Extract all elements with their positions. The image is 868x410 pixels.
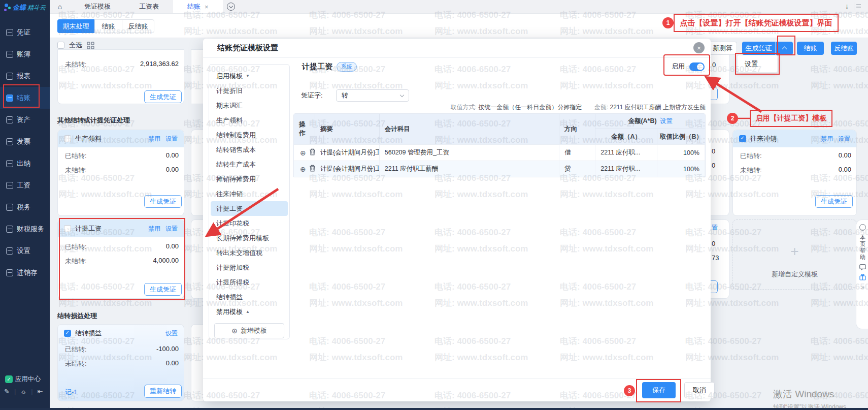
modal-header: 结账凭证模板设置 × bbox=[203, 39, 711, 58]
watermark-tile: 电话: 4006-6500-27网址: www.tdxsoft.com bbox=[811, 61, 868, 94]
generate-voucher-main-button[interactable]: 生成凭证 bbox=[742, 42, 776, 55]
modal-close-icon[interactable]: × bbox=[693, 42, 705, 53]
template-item[interactable]: 计提工资 bbox=[211, 201, 288, 216]
unsettled-value: 0.00 bbox=[166, 166, 179, 175]
sidebar-item-凭证[interactable]: 凭证 bbox=[0, 21, 50, 43]
enable-toggle[interactable] bbox=[689, 62, 705, 71]
disable-link[interactable]: 禁用 bbox=[148, 135, 160, 143]
col-op: 操作 bbox=[294, 114, 315, 144]
subtab-closing[interactable]: 结账 bbox=[94, 19, 122, 33]
subtab-period-end[interactable]: 期末处理 bbox=[57, 19, 94, 33]
gift-icon[interactable] bbox=[859, 274, 866, 280]
trash-icon[interactable] bbox=[309, 148, 315, 155]
settings-link[interactable]: 设置 bbox=[165, 135, 178, 143]
unsettled-label: 未结转: bbox=[740, 166, 762, 175]
brightness-icon[interactable]: ☼ bbox=[20, 388, 26, 395]
template-item[interactable]: 结转损益 bbox=[209, 290, 289, 304]
sidebar-item-进销存[interactable]: 进销存 bbox=[0, 262, 50, 283]
help-headset-icon[interactable] bbox=[859, 224, 866, 231]
template-item[interactable]: 长期待摊费用模板 bbox=[209, 231, 289, 245]
grid-view-icon[interactable] bbox=[87, 42, 94, 49]
help-rail: 本页帮助 » bbox=[856, 219, 868, 329]
sidebar-item-出纳[interactable]: 出纳 bbox=[0, 152, 50, 174]
reverse-close-button[interactable]: 反结账 bbox=[831, 42, 857, 55]
tab-voucher-template[interactable]: 凭证模板 bbox=[70, 0, 125, 13]
card-checkbox[interactable] bbox=[739, 135, 746, 142]
closing-template-settings-modal: 结账凭证模板设置 × 启用 启用模板▼计提折旧期末调汇生产领料结转制造费用结转销… bbox=[203, 39, 711, 401]
add-row-icon[interactable]: ⊕ bbox=[299, 165, 306, 173]
template-item[interactable]: 计提所得税 bbox=[209, 275, 289, 290]
disable-link[interactable]: 禁用 bbox=[821, 135, 833, 143]
settings-menu-item[interactable]: 设置 bbox=[737, 55, 778, 73]
group-enabled-templates[interactable]: 启用模板▼ bbox=[209, 69, 289, 83]
recalculate-button[interactable]: 新测算 bbox=[707, 42, 737, 55]
settings-link[interactable]: 设置 bbox=[165, 329, 178, 338]
amount-settings-link[interactable]: 设置 bbox=[660, 117, 673, 125]
template-item[interactable]: 往来冲销 bbox=[209, 186, 289, 201]
unsettled-label: 未结转: bbox=[65, 359, 87, 368]
sidebar-item-资产[interactable]: 资产 bbox=[0, 109, 50, 131]
select-all-checkbox[interactable] bbox=[57, 42, 64, 49]
add-template-button[interactable]: ⊕新增模板 bbox=[214, 323, 284, 338]
save-button[interactable]: 保存 bbox=[642, 382, 676, 398]
card-checkbox[interactable] bbox=[64, 225, 71, 232]
card-checkbox[interactable] bbox=[64, 330, 71, 337]
template-item[interactable]: 计提附加税 bbox=[209, 260, 289, 275]
generate-voucher-button[interactable]: 生成凭证 bbox=[144, 195, 182, 208]
voucher-number-link[interactable]: 记-1 bbox=[65, 388, 78, 397]
subtab-unclosing[interactable]: 反结账 bbox=[122, 19, 154, 33]
voucher-word-select[interactable]: 转 bbox=[336, 89, 409, 102]
card-checkbox[interactable] bbox=[64, 135, 71, 142]
recarry-button[interactable]: 重新结转 bbox=[144, 385, 182, 398]
annotation-step2-number: 2 bbox=[727, 113, 738, 124]
tab-salary-sheet[interactable]: 工资表 bbox=[125, 0, 173, 13]
sidebar-footer: ✎| ☼| ⇤ bbox=[4, 388, 43, 395]
collapse-sidebar-icon[interactable]: ⇤ bbox=[38, 388, 43, 395]
cell-ratio: 100% bbox=[657, 145, 705, 161]
add-custom-template-card[interactable]: + 新增自定义模板 bbox=[732, 219, 857, 290]
app-center-button[interactable]: ✓ 应用中心 bbox=[5, 375, 41, 384]
template-item[interactable]: 生产领料 bbox=[209, 113, 289, 128]
group-disabled-templates[interactable]: 禁用模板▲ bbox=[209, 304, 289, 319]
settings-link[interactable]: 设置 bbox=[838, 135, 850, 143]
template-detail-title: 计提工资 系统 bbox=[302, 62, 357, 72]
collapse-rail-icon[interactable]: » bbox=[861, 284, 864, 290]
template-item[interactable]: 计提印花税 bbox=[209, 216, 289, 231]
sidebar-item-结账[interactable]: 结账 bbox=[0, 87, 50, 109]
trash-icon[interactable] bbox=[309, 165, 315, 172]
generate-voucher-button[interactable]: 生成凭证 bbox=[815, 195, 853, 208]
template-item[interactable]: 计提折旧 bbox=[209, 83, 289, 98]
close-books-button[interactable]: 结账 bbox=[797, 42, 824, 55]
generate-voucher-dropdown-button[interactable] bbox=[776, 42, 793, 55]
template-item[interactable]: 结转销售成本 bbox=[209, 142, 289, 157]
settings-link[interactable]: 设置 bbox=[165, 225, 178, 233]
settled-label: 已结转: bbox=[65, 345, 87, 354]
generate-voucher-button[interactable]: 生成凭证 bbox=[144, 283, 182, 296]
template-item[interactable]: 期末调汇 bbox=[209, 98, 289, 113]
template-item[interactable]: 结转制造费用 bbox=[209, 128, 289, 142]
help-rail-label[interactable]: 本页帮助 bbox=[859, 234, 866, 261]
sidebar-item-工资[interactable]: 工资 bbox=[0, 174, 50, 196]
disable-link[interactable]: 禁用 bbox=[148, 225, 160, 233]
template-item[interactable]: 转出未交增值税 bbox=[209, 245, 289, 260]
settled-value: 0.00 bbox=[166, 151, 179, 161]
home-tab-icon[interactable]: ⌂ bbox=[50, 0, 70, 13]
generate-voucher-button[interactable]: 生成凭证 bbox=[144, 90, 182, 103]
tab-list-dropdown-icon[interactable] bbox=[227, 3, 235, 11]
close-tab-icon[interactable]: × bbox=[205, 3, 209, 11]
template-item[interactable]: 摊销待摊费用 bbox=[209, 172, 289, 186]
add-row-icon[interactable]: ⊕ bbox=[299, 149, 306, 157]
download-icon[interactable]: ↓ bbox=[845, 2, 849, 10]
edit-icon[interactable]: ✎ bbox=[4, 388, 10, 395]
tab-closing[interactable]: 结账 × bbox=[173, 0, 223, 13]
sidebar-item-账簿[interactable]: 账簿 bbox=[0, 43, 50, 65]
sidebar-item-发票[interactable]: 发票 bbox=[0, 131, 50, 152]
cancel-button[interactable]: 取消 bbox=[684, 382, 715, 398]
sidebar-item-税务[interactable]: 税务 bbox=[0, 196, 50, 218]
tax-icon bbox=[6, 204, 13, 211]
chat-icon[interactable] bbox=[859, 264, 866, 270]
template-item[interactable]: 结转生产成本 bbox=[209, 157, 289, 172]
sidebar-item-财税服务[interactable]: 财税服务 bbox=[0, 218, 50, 240]
sidebar-item-设置[interactable]: 设置 bbox=[0, 240, 50, 262]
sidebar-item-报表[interactable]: 报表 bbox=[0, 65, 50, 87]
